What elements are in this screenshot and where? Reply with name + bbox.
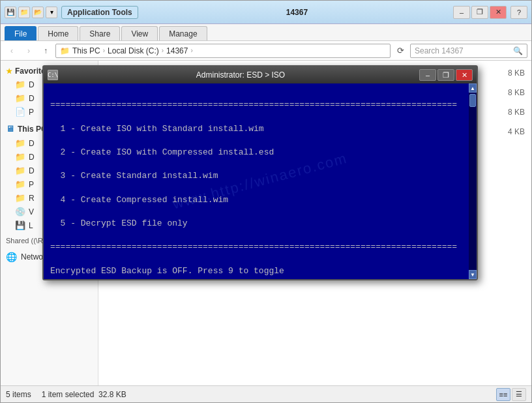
tab-view[interactable]: View [121, 26, 158, 40]
minimize-button[interactable]: – [453, 6, 470, 19]
address-path[interactable]: 📁 This PC › Local Disk (C:) › 14367 › [55, 44, 391, 58]
file-size: 8 KB [486, 88, 525, 97]
cmd-minimize-button[interactable]: – [419, 69, 436, 81]
window-title: 14367 [141, 8, 453, 17]
menu-item-4: 4 - Create Compressed install.wim [50, 194, 470, 206]
status-bar: 5 items 1 item selected 32.8 KB ≡≡ ☰ [1, 385, 531, 402]
address-bar: ‹ › ↑ 📁 This PC › Local Disk (C:) › 1436… [1, 41, 531, 61]
folder-icon: 📁 [15, 80, 25, 89]
folder-icon: 💿 [15, 207, 25, 216]
save-icon[interactable]: 💾 [5, 7, 16, 18]
status-right: ≡≡ ☰ [496, 388, 526, 401]
path-local-disk: Local Disk (C:) [108, 46, 159, 55]
scrollbar[interactable]: ▲ ▼ [469, 83, 477, 279]
selected-info: 1 item selected 32.8 KB [42, 390, 126, 399]
tab-manage[interactable]: Manage [159, 26, 207, 40]
help-button[interactable]: ? [510, 6, 527, 19]
computer-icon: 🖥 [6, 124, 14, 134]
star-icon: ★ [6, 67, 12, 76]
window-controls: – ❐ ✕ ? [453, 6, 527, 19]
file-size: 8 KB [486, 108, 525, 117]
back-button[interactable]: ‹ [5, 44, 19, 58]
close-button[interactable]: ✕ [490, 6, 507, 19]
network-icon: 🌐 [6, 252, 17, 262]
path-sep-2: › [162, 47, 164, 54]
cmd-close-button[interactable]: ✕ [456, 69, 473, 81]
path-sep-3: › [190, 47, 192, 54]
file-size: 4 KB [486, 127, 525, 136]
scroll-up-button[interactable]: ▲ [469, 83, 477, 93]
path-sep-1: › [103, 47, 105, 54]
menu-item-2: 2 - Create ISO with Compressed install.e… [50, 147, 470, 158]
status-left: 5 items 1 item selected 32.8 KB [6, 390, 496, 399]
cmd-restore-button[interactable]: ❐ [437, 69, 454, 81]
new-folder-icon[interactable]: 📁 [18, 7, 30, 18]
ribbon-tabs: File Home Share View Manage [1, 24, 531, 41]
forward-button[interactable]: › [22, 44, 36, 58]
path-folder-icon: 📁 [60, 46, 70, 55]
quick-access-toolbar: 💾 📁 📂 ▾ [5, 7, 57, 18]
file-size: 8 KB [486, 68, 525, 78]
cmd-body[interactable]: ========================================… [44, 83, 477, 279]
encrypted-msg: Encrypted ESD Backup is OFF. Press 9 to … [50, 265, 470, 277]
folder-icon: 📁 [15, 152, 25, 162]
folder-icon: 📁 [15, 193, 25, 203]
cmd-window: C:\ Administrator: ESD > ISO – ❐ ✕ =====… [42, 65, 478, 280]
tab-home[interactable]: Home [38, 26, 78, 40]
up-button[interactable]: ↑ [38, 44, 53, 58]
folder-icon[interactable]: 📂 [32, 7, 44, 18]
tab-file[interactable]: File [5, 26, 37, 40]
folder-icon: 💾 [15, 220, 25, 230]
separator-top: ========================================… [50, 99, 470, 111]
cmd-title: Administrator: ESD > ISO [62, 70, 419, 80]
folder-icon: 📄 [15, 107, 25, 117]
search-placeholder: Search 14367 [415, 46, 510, 55]
search-icon: 🔍 [513, 46, 523, 55]
scroll-down-button[interactable]: ▼ [469, 270, 477, 279]
folder-icon: 📁 [15, 138, 25, 148]
separator-mid1: ========================================… [50, 241, 470, 253]
cmd-content: ========================================… [50, 87, 470, 279]
tab-share[interactable]: Share [80, 26, 120, 40]
folder-icon: 📁 [15, 93, 25, 103]
detail-view-button[interactable]: ☰ [512, 388, 526, 401]
dropdown-icon[interactable]: ▾ [46, 7, 57, 18]
items-count: 5 items [6, 390, 31, 399]
cmd-controls: – ❐ ✕ [419, 69, 473, 81]
menu-item-3: 3 - Create Standard install.wim [50, 170, 470, 182]
ribbon-label: Application Tools [61, 6, 138, 19]
restore-button[interactable]: ❐ [471, 6, 488, 19]
menu-item-1: 1 - Create ISO with Standard install.wim [50, 123, 470, 135]
title-bar: 💾 📁 📂 ▾ Application Tools 14367 – ❐ ✕ ? [1, 1, 531, 24]
refresh-button[interactable]: ⟳ [393, 44, 407, 58]
search-box[interactable]: Search 14367 🔍 [410, 44, 527, 58]
scroll-thumb[interactable] [469, 94, 476, 107]
path-folder-name: 14367 [166, 46, 188, 55]
cmd-title-bar: C:\ Administrator: ESD > ISO – ❐ ✕ [44, 67, 477, 83]
menu-item-5: 5 - Decrypt ESD file only [50, 218, 470, 230]
path-this-pc: This PC [72, 46, 100, 55]
folder-icon: 📁 [15, 179, 25, 189]
list-view-button[interactable]: ≡≡ [496, 388, 510, 401]
folder-icon: 📁 [15, 166, 25, 175]
cmd-icon: C:\ [48, 70, 58, 80]
